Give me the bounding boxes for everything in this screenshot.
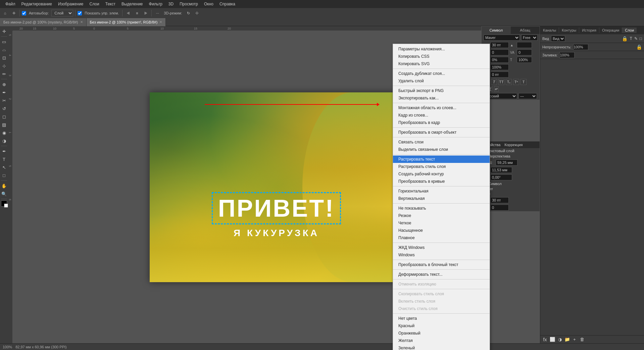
fg-color-swatch[interactable] bbox=[1, 201, 7, 207]
font-size-input[interactable] bbox=[490, 42, 509, 48]
menu-orange[interactable]: Оранжевый bbox=[393, 330, 490, 337]
tab-1-close[interactable]: ✕ bbox=[159, 20, 162, 24]
menu-windows[interactable]: Windows bbox=[393, 251, 490, 259]
more-btn[interactable]: ··· bbox=[154, 9, 161, 17]
shape-tool[interactable]: □ bbox=[0, 172, 8, 179]
tracking-props[interactable] bbox=[490, 205, 509, 211]
paths-tab[interactable]: Контуры bbox=[559, 28, 579, 33]
history-tab[interactable]: История bbox=[579, 28, 599, 33]
bg-color-swatch[interactable] bbox=[4, 204, 8, 208]
add-mask-btn[interactable]: ⬜ bbox=[549, 336, 556, 343]
gradient-tool[interactable]: ▨ bbox=[0, 121, 8, 128]
menu-frame-from-layers[interactable]: Кадр из слоев... bbox=[393, 112, 490, 119]
menu-delete-layer[interactable]: Удалить слой bbox=[393, 77, 490, 85]
menu-export-as[interactable]: Экспортировать как... bbox=[393, 94, 490, 102]
menu-image[interactable]: Изображение bbox=[55, 1, 86, 7]
menu-link-layers[interactable]: Связать слои bbox=[393, 138, 490, 146]
menu-green[interactable]: Зеленый bbox=[393, 344, 490, 350]
font-style-select[interactable]: Free bbox=[521, 35, 538, 41]
pan-btn[interactable]: ☩ bbox=[193, 9, 201, 17]
eyedropper-tool[interactable]: ✏ bbox=[0, 70, 8, 78]
menu-selection[interactable]: Выделение bbox=[119, 1, 146, 7]
rotation-input[interactable] bbox=[490, 174, 512, 180]
kerning-input[interactable] bbox=[490, 49, 509, 55]
menu-view[interactable]: Просмотр bbox=[177, 1, 201, 7]
paragraph-tab[interactable]: Абзац bbox=[511, 27, 540, 34]
font-size-props[interactable] bbox=[490, 197, 509, 203]
tracking-input[interactable] bbox=[517, 49, 532, 55]
menu-warp-text[interactable]: Деформировать текст... bbox=[393, 271, 490, 278]
menu-text[interactable]: Текст bbox=[103, 1, 118, 7]
menu-sharp[interactable]: Резкое bbox=[393, 212, 490, 219]
menu-layers[interactable]: Слои bbox=[87, 1, 102, 7]
move-tool[interactable]: ✛ bbox=[0, 28, 8, 35]
tab-0-close[interactable]: ✕ bbox=[80, 20, 83, 24]
italic-btn[interactable]: T bbox=[491, 79, 497, 85]
align-right-btn[interactable]: ⫸ bbox=[142, 9, 149, 17]
menu-artboard-from-layers[interactable]: Монтажная область из слоев... bbox=[393, 104, 490, 112]
delete-layer-btn[interactable]: 🗑 bbox=[579, 336, 585, 343]
tab-0[interactable]: Без имени-2.psd @ 100% (mystery, RGB/8#)… bbox=[0, 18, 87, 26]
add-group-btn[interactable]: 📁 bbox=[564, 336, 571, 343]
menu-edit[interactable]: Редактирование bbox=[19, 1, 55, 7]
text-layer-btn[interactable]: ✎ bbox=[634, 36, 638, 41]
width-input[interactable] bbox=[496, 160, 517, 166]
layers-tab-active[interactable]: Слои bbox=[622, 28, 637, 33]
lasso-tool[interactable]: ⌓ bbox=[0, 46, 8, 53]
menu-filter[interactable]: Фильтр bbox=[146, 1, 165, 7]
hand-tool[interactable]: ✋ bbox=[0, 182, 8, 189]
height-input[interactable] bbox=[490, 167, 512, 173]
menu-3d[interactable]: 3D bbox=[166, 1, 176, 7]
channels-tab[interactable]: Каналы bbox=[540, 28, 559, 33]
add-adjustment-btn[interactable]: ◑ bbox=[556, 336, 563, 343]
clone-tool[interactable]: ✂ bbox=[0, 97, 8, 104]
align-left-btn[interactable]: ⫷ bbox=[125, 9, 132, 17]
menu-window[interactable]: Окно bbox=[201, 1, 216, 7]
menu-create-work-path[interactable]: Создать рабочий контур bbox=[393, 170, 490, 178]
menu-help[interactable]: Справка bbox=[217, 1, 238, 7]
menu-horizontal[interactable]: Горизонтальная bbox=[393, 187, 490, 195]
canvas-main-text[interactable]: ПРИВЕТ! bbox=[212, 192, 341, 224]
align-center-btn[interactable]: ≡ bbox=[133, 9, 141, 17]
shape-layer-btn[interactable]: □ bbox=[640, 36, 642, 41]
crop-tool[interactable]: ⊹ bbox=[0, 62, 8, 70]
autoselect-dropdown[interactable]: Слой Группа bbox=[51, 10, 73, 16]
menu-smooth[interactable]: Плавное bbox=[393, 234, 490, 242]
ta-btn[interactable]: Tᵃ bbox=[513, 79, 519, 85]
correction-label[interactable]: Коррекция bbox=[504, 143, 523, 147]
menu-lcd-windows[interactable]: ЖКД Windows bbox=[393, 244, 490, 251]
menu-blend-options[interactable]: Параметры наложения... bbox=[393, 45, 490, 53]
baseline-input[interactable] bbox=[490, 64, 509, 70]
menu-convert-smart[interactable]: Преобразовать в смарт-объект bbox=[393, 129, 490, 136]
font-family-select[interactable]: Maver bbox=[484, 35, 520, 41]
antialias-select[interactable]: — bbox=[518, 93, 537, 99]
fill-input[interactable] bbox=[559, 52, 575, 58]
opacity-input[interactable] bbox=[573, 44, 588, 50]
ts-btn[interactable]: Tₛ bbox=[506, 79, 512, 85]
add-layer-btn[interactable]: + bbox=[571, 336, 578, 343]
fx-btn[interactable]: fx bbox=[542, 336, 548, 343]
baseline2-input[interactable] bbox=[490, 72, 509, 78]
actions-tab[interactable]: Операции bbox=[599, 28, 622, 33]
spot-heal-tool[interactable]: ⊕ bbox=[0, 81, 8, 88]
menu-vertical[interactable]: Вертикальная bbox=[393, 195, 490, 202]
menu-no-aa[interactable]: Не показывать bbox=[393, 205, 490, 212]
menu-quick-export[interactable]: Быстрый экспорт в PNG bbox=[393, 87, 490, 94]
zoom-tool[interactable]: 🔍 bbox=[0, 190, 8, 198]
brush-tool[interactable]: ✒ bbox=[0, 89, 8, 96]
object-sel-tool[interactable]: ⊡ bbox=[0, 54, 8, 61]
tl-btn[interactable]: T bbox=[521, 79, 527, 85]
dodge-tool[interactable]: ◑ bbox=[0, 137, 8, 144]
tt-btn[interactable]: TT bbox=[498, 79, 504, 85]
show-transform-checkbox[interactable] bbox=[78, 11, 82, 15]
home-btn[interactable]: ⌂ bbox=[1, 9, 9, 17]
text-tool[interactable]: T bbox=[0, 156, 8, 163]
menu-convert-block[interactable]: Преобразовать в блочный текст bbox=[393, 261, 490, 268]
rotate-btn[interactable]: ↻ bbox=[185, 9, 192, 17]
blur-tool[interactable]: ◉ bbox=[0, 129, 8, 136]
layer-filter-select[interactable]: Вид bbox=[551, 36, 565, 42]
menu-no-color[interactable]: Нет цвета bbox=[393, 315, 490, 322]
aa-btn[interactable]: aª bbox=[494, 86, 499, 92]
menu-red[interactable]: Красный bbox=[393, 322, 490, 330]
marquee-tool[interactable]: ▭ bbox=[0, 38, 8, 45]
